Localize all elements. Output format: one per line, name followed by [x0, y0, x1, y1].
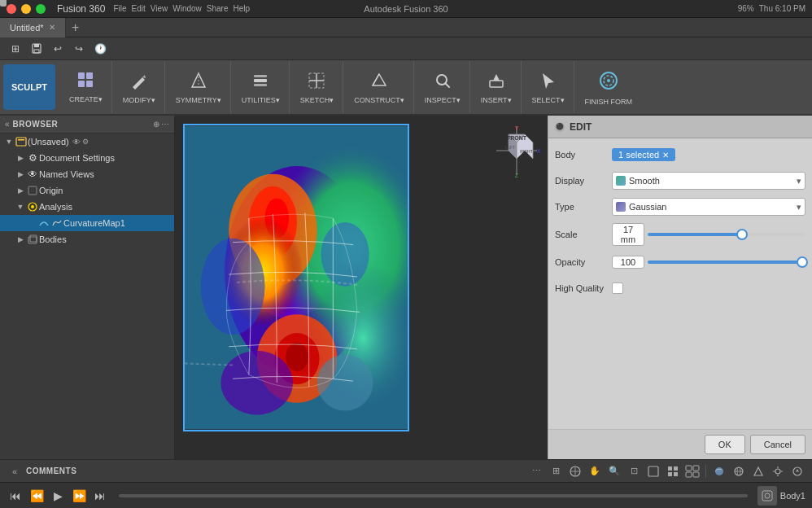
utilities-button[interactable]: UTILITIES▾ — [238, 68, 284, 107]
browser-header: « BROWSER ⊕ ⋯ — [0, 116, 174, 134]
grid-settings-icon[interactable] — [789, 463, 805, 480]
svg-marker-15 — [373, 74, 386, 85]
menu-file[interactable]: File — [113, 4, 126, 13]
play-btn[interactable]: ▶ — [49, 487, 67, 505]
bottom-collapse-btn[interactable]: « — [7, 463, 23, 480]
comments-label: COMMENTS — [26, 466, 525, 475]
timeline-settings-btn[interactable] — [757, 486, 777, 506]
cancel-button[interactable]: Cancel — [750, 435, 805, 454]
tree-item-doc-settings[interactable]: ▶ ⚙ Document Settings — [0, 150, 174, 166]
grid-toggle-icon[interactable] — [684, 463, 701, 480]
tab-untitled[interactable]: Untitled* ✕ — [0, 18, 66, 37]
menu-window[interactable]: Window — [172, 4, 202, 13]
create-button[interactable]: CREATE▾ — [65, 68, 107, 106]
save-button[interactable] — [28, 40, 46, 58]
display-value: Smooth ▾ — [612, 172, 805, 190]
next-end-btn[interactable]: ⏭ — [91, 487, 109, 505]
ribbon-toolbar: SCULPT CREATE▾ MODIFY▾ SYMMETRY▾ — [0, 60, 812, 116]
ribbon-group-symmetry: SYMMETRY▾ — [167, 61, 231, 113]
prev-start-btn[interactable]: ⏮ — [7, 487, 24, 505]
ok-button[interactable]: OK — [705, 435, 745, 454]
bottom-menu-btn[interactable]: ⋯ — [528, 463, 544, 480]
redo-button[interactable]: ↪ — [70, 40, 88, 58]
symmetry-button[interactable]: SYMMETRY▾ — [172, 68, 225, 107]
display-icon — [616, 176, 626, 186]
svg-rect-66 — [674, 472, 678, 476]
grid-menu-button[interactable]: ⊞ — [7, 40, 24, 58]
modify-button[interactable]: MODIFY▾ — [119, 68, 159, 107]
inspect-button[interactable]: INSPECT▾ — [421, 68, 465, 107]
render-icon[interactable] — [750, 463, 766, 480]
tree-item-origin[interactable]: ▶ Origin — [0, 182, 174, 199]
section-icon[interactable] — [645, 463, 661, 480]
display-select[interactable]: Smooth ▾ — [612, 172, 805, 190]
badge-close-btn[interactable]: ✕ — [662, 151, 669, 160]
edit-panel-footer: OK Cancel — [548, 429, 812, 459]
tab-label: Untitled* — [10, 23, 44, 33]
maximize-button[interactable] — [36, 4, 46, 14]
opacity-slider-track[interactable] — [648, 261, 805, 264]
svg-point-75 — [775, 469, 780, 474]
insert-button[interactable]: INSERT▾ — [477, 68, 516, 107]
sculpt-button[interactable]: SCULPT — [3, 64, 55, 110]
finish-form-button[interactable]: FINISH FORM — [581, 67, 637, 108]
tab-close-btn[interactable]: ✕ — [49, 23, 55, 32]
browser-collapse-btn[interactable]: « — [5, 120, 10, 129]
grid-icon[interactable] — [567, 463, 583, 480]
scale-slider-thumb[interactable] — [736, 229, 748, 240]
undo-button[interactable]: ↩ — [49, 40, 67, 58]
tree-label-bodies: Bodies — [39, 234, 67, 244]
scale-slider-track[interactable] — [648, 233, 805, 236]
browser-add-btn[interactable]: ⊕ — [153, 120, 159, 129]
tree-item-unsaved[interactable]: ▼ (Unsaved) 👁 ⚙ — [0, 134, 174, 150]
menu-help[interactable]: Help — [234, 4, 251, 13]
orientation-cube[interactable]: FRONT RIGHT LEFT Y X Z — [492, 122, 541, 171]
tree-item-named-views[interactable]: ▶ 👁 Named Views — [0, 166, 174, 182]
menu-edit[interactable]: Edit — [132, 4, 146, 13]
new-tab-button[interactable]: + — [66, 18, 85, 37]
edit-panel-close-btn[interactable]: ⚫ — [555, 122, 565, 132]
next-btn[interactable]: ⏩ — [70, 487, 88, 505]
expand-icon: ▶ — [15, 235, 26, 243]
zoom-icon[interactable]: 🔍 — [606, 463, 622, 480]
tree-label-analysis: Analysis — [39, 202, 72, 212]
svg-rect-26 — [18, 139, 24, 141]
select-button[interactable]: SELECT▾ — [528, 68, 569, 107]
timeline-marker[interactable] — [0, 0, 7, 7]
construct-button[interactable]: CONSTRUCT▾ — [350, 68, 408, 107]
sketch-button[interactable]: SKETCH▾ — [296, 68, 338, 107]
menu-view[interactable]: View — [151, 4, 168, 13]
pan-icon[interactable]: ✋ — [587, 463, 603, 480]
svg-rect-31 — [30, 235, 37, 242]
opacity-slider-thumb[interactable] — [797, 256, 808, 268]
svg-rect-25 — [16, 138, 26, 146]
prev-btn[interactable]: ⏪ — [28, 487, 46, 505]
visibility-icon[interactable]: 👁 — [72, 138, 81, 147]
scale-slider-fill — [648, 233, 742, 236]
close-button[interactable] — [7, 4, 16, 14]
tree-item-curvature-map[interactable]: ▶ CurvatureMap1 — [0, 215, 174, 231]
analysis-visibility-icon — [26, 200, 39, 213]
shading-icon[interactable] — [711, 463, 727, 480]
viewport[interactable]: FRONT RIGHT LEFT Y X Z — [175, 116, 548, 459]
high-quality-checkbox[interactable] — [612, 282, 623, 294]
tree-item-analysis[interactable]: ▼ Analysis — [0, 199, 174, 215]
minimize-button[interactable] — [21, 4, 31, 14]
browser-settings-btn[interactable]: ⋯ — [161, 120, 169, 129]
svg-rect-1 — [34, 44, 39, 47]
bottom-expand-btn[interactable]: ⊞ — [548, 463, 564, 480]
svg-rect-63 — [668, 466, 672, 471]
settings-icon-unsaved[interactable]: ⚙ — [82, 138, 89, 146]
zoom-fit-icon[interactable]: ⊡ — [626, 463, 642, 480]
environment-icon[interactable] — [731, 463, 747, 480]
history-button[interactable]: 🕐 — [91, 40, 109, 58]
scale-value: 17 mm — [612, 223, 805, 246]
display-settings-icon[interactable] — [770, 463, 786, 480]
display-mode-icon[interactable] — [665, 463, 681, 480]
create-label: CREATE▾ — [69, 95, 103, 103]
ribbon-group-sketch: SKETCH▾ — [291, 61, 344, 113]
timeline-track[interactable] — [119, 494, 748, 497]
type-select[interactable]: Gaussian ▾ — [612, 198, 805, 216]
tree-item-bodies[interactable]: ▶ Bodies — [0, 231, 174, 247]
menu-share[interactable]: Share — [207, 4, 229, 13]
